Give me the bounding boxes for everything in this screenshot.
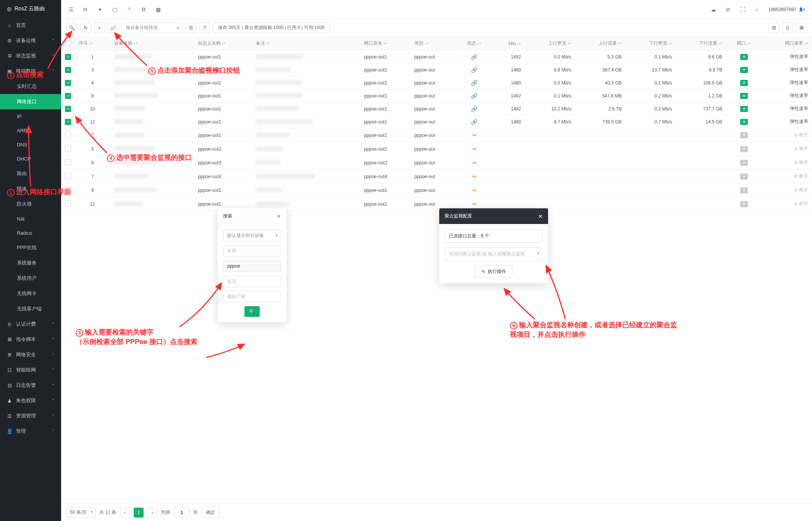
row-checkbox[interactable]: [65, 159, 71, 165]
add-button[interactable]: +: [94, 23, 105, 33]
sidebar-radius[interactable]: Radius: [0, 226, 61, 240]
sidebar-resource[interactable]: ☰资源管理˅: [0, 408, 61, 424]
sidebar-script[interactable]: ⌘指令脚本˅: [0, 332, 61, 347]
table-row[interactable]: 9 pppoe-out1 pppoe-out1 pppoe-out ⚮ ⁜ 断开: [61, 183, 812, 197]
sidebar-sysuser[interactable]: 系统用户: [0, 271, 61, 286]
goto-page-input[interactable]: [174, 508, 189, 518]
row-checkbox[interactable]: [65, 187, 71, 193]
chart-button[interactable]: 📈: [108, 23, 118, 33]
row-checkbox[interactable]: [65, 173, 71, 179]
refresh-icon[interactable]: ⟳: [82, 6, 89, 13]
reload-button[interactable]: ↻: [80, 23, 91, 33]
goto-confirm[interactable]: 确定: [202, 507, 219, 518]
link-on-icon: 🔗: [471, 67, 477, 73]
chat-icon[interactable]: ▢: [112, 6, 118, 13]
sidebar-realtime[interactable]: 实时汇总: [0, 79, 61, 94]
sidebar-netsec[interactable]: ⛨网络安全˅: [0, 347, 61, 362]
sidebar-mgmt[interactable]: 👤管理˅: [0, 424, 61, 439]
sidebar-alarm[interactable]: ⊟日志告警˅: [0, 378, 61, 393]
sidebar-terminal[interactable]: ▣终端数据˄: [0, 63, 61, 79]
interface-table: 序号▴▾ 设备名称▴▾ 自定义名称▴▾ 备注▴▾ 网口原名▴▾ 类型▴▾ 状态▴…: [61, 37, 812, 211]
fullscreen-icon[interactable]: ⛶: [739, 6, 746, 13]
search-name-input[interactable]: [223, 245, 281, 256]
close-icon[interactable]: ✕: [538, 213, 543, 219]
sidebar-role[interactable]: ♟角色权限˅: [0, 393, 61, 408]
table-row[interactable]: ✓ 1 pppoe-out1 pppoe-out1 pppoe-out 🔗 14…: [61, 50, 812, 63]
monitor-dialog: 聚合监视配置 ✕ 已选接口总量：6 个 添加到聚合监视 或 输入创建聚合监视 ✎…: [439, 208, 548, 283]
table-row[interactable]: 11 pppoe-out1 pppoe-out1 pppoe-out ⚮ ⁜ 断…: [61, 197, 812, 211]
next-page[interactable]: ›: [147, 508, 157, 518]
collapse-sidebar-icon[interactable]: ☰: [68, 6, 74, 13]
row-checkbox[interactable]: ✓: [65, 67, 71, 73]
check-all[interactable]: [65, 40, 71, 46]
table-row[interactable]: ✓ 10 pppoe-out1 pppoe-out1 pppoe-out 🔗 1…: [61, 102, 812, 115]
table-row[interactable]: ✓ 3 pppoe-out2 pppoe-out2 pppoe-out 🔗 14…: [61, 63, 812, 76]
sidebar-ops[interactable]: ⚙设备运维˅: [0, 33, 61, 48]
sidebar-speed[interactable]: 限速: [0, 181, 61, 196]
cloud-icon[interactable]: ☁: [710, 6, 717, 13]
group-filter-select[interactable]: 按设备分组筛选: [121, 23, 183, 33]
main-area: ☰ ⟳ ✦ ▢ ⚚ ⧉ ▦ ☁ ⊘ ⛶ ♤ 18653697697 👤▾ 🔍 ↻…: [61, 0, 812, 521]
row-checkbox[interactable]: [65, 145, 71, 151]
settings-icon[interactable]: ⚚: [126, 6, 132, 13]
list-button[interactable]: ☰: [186, 23, 196, 33]
row-checkbox[interactable]: [65, 131, 71, 138]
sidebar-firewall[interactable]: 防火墙: [0, 196, 61, 212]
table-row[interactable]: 6 pppoe-out3 pppoe-out3 pppoe-out ⚮ ⁜ 断开: [61, 156, 812, 170]
table-row[interactable]: 2 pppoe-out1 pppoe-out1 pppoe-out ⚮ ⁜ 断开: [61, 128, 812, 142]
monitor-target-select[interactable]: 添加到聚合监视 或 输入创建聚合监视: [445, 247, 543, 261]
print-button[interactable]: 🖶: [796, 23, 807, 33]
sidebar-route[interactable]: 路由: [0, 166, 61, 181]
help-button[interactable]: ?: [199, 23, 210, 33]
topbar: ☰ ⟳ ✦ ▢ ⚚ ⧉ ▦ ☁ ⊘ ⛶ ♤ 18653697697 👤▾: [61, 0, 812, 19]
port-icon: ⁜: [740, 146, 748, 152]
tag-icon[interactable]: ⊘: [725, 6, 731, 13]
page-size-select[interactable]: 50 条/页: [66, 507, 95, 518]
sidebar-smart[interactable]: ☷智能组网˅: [0, 362, 61, 378]
table-row[interactable]: 5 pppoe-out2 pppoe-out2 pppoe-out ⚮ ⁜ 断开: [61, 142, 812, 156]
table-row[interactable]: ✓ 12 pppoe-out1 pppoe-out1 pppoe-out 🔗 1…: [61, 115, 812, 128]
row-checkbox[interactable]: ✓: [65, 93, 71, 99]
sidebar-nat[interactable]: Nat: [0, 212, 61, 226]
bell-icon[interactable]: ♤: [754, 6, 760, 13]
table-row[interactable]: ✓ 4 pppoe-out1 pppoe-out1 pppoe-out 🔗 14…: [61, 76, 812, 89]
sidebar-syssvc[interactable]: 系统服务: [0, 255, 61, 271]
grid-button[interactable]: ⊞: [768, 23, 779, 33]
topo-icon[interactable]: ✦: [97, 6, 103, 13]
export-button[interactable]: ⎙: [782, 23, 793, 33]
sidebar-wlclient[interactable]: 无线客户端: [0, 301, 61, 316]
row-checkbox[interactable]: ✓: [65, 119, 71, 125]
sidebar-status[interactable]: ⧉状态监视˅: [0, 48, 61, 63]
prev-page[interactable]: ‹: [120, 508, 130, 518]
row-checkbox[interactable]: ✓: [65, 80, 71, 86]
sidebar-netif[interactable]: 网络接口: [0, 94, 61, 109]
search-interface-input[interactable]: [223, 260, 281, 272]
sidebar-dns[interactable]: DNS: [0, 138, 61, 152]
row-checkbox[interactable]: ✓: [65, 106, 71, 112]
sidebar-ppp[interactable]: PPP在线: [0, 240, 61, 255]
port-icon: ⁜: [740, 119, 748, 125]
user-phone[interactable]: 18653697697 👤▾: [768, 7, 805, 12]
display-mode-select[interactable]: 默认显示部分设备: [223, 230, 281, 241]
sidebar-dhcp[interactable]: DHCP: [0, 152, 61, 166]
row-checkbox[interactable]: ✓: [65, 54, 71, 60]
table-row[interactable]: ✓ 8 pppoe-out1 pppoe-out1 pppoe-out 🔗 14…: [61, 89, 812, 102]
row-checkbox[interactable]: [65, 200, 71, 206]
link-off-icon: ⚮: [472, 201, 477, 207]
table-row[interactable]: 7 pppoe-out4 pppoe-out4 pppoe-out ⚮ ⁜ 断开: [61, 170, 812, 183]
stats-icon[interactable]: ▦: [155, 6, 161, 13]
sidebar-home[interactable]: ⌂首页: [0, 18, 61, 33]
execute-button[interactable]: ✎执行操作: [475, 265, 513, 278]
page-1[interactable]: 1: [134, 508, 144, 518]
search-button[interactable]: 🔍: [66, 23, 77, 33]
search-remark-input[interactable]: [223, 276, 281, 287]
search-vendor-input[interactable]: [223, 291, 281, 302]
sidebar-arp[interactable]: ARP: [0, 123, 61, 138]
close-icon[interactable]: ✕: [277, 213, 281, 219]
sidebar-ip[interactable]: IP: [0, 109, 61, 123]
do-search-button[interactable]: 🔍: [244, 306, 260, 317]
link-off-icon: ⚮: [472, 160, 477, 166]
sidebar-wlcard[interactable]: 无线网卡: [0, 286, 61, 301]
window-icon[interactable]: ⧉: [141, 6, 147, 13]
sidebar-cert[interactable]: ⎘认证计费˅: [0, 316, 61, 332]
